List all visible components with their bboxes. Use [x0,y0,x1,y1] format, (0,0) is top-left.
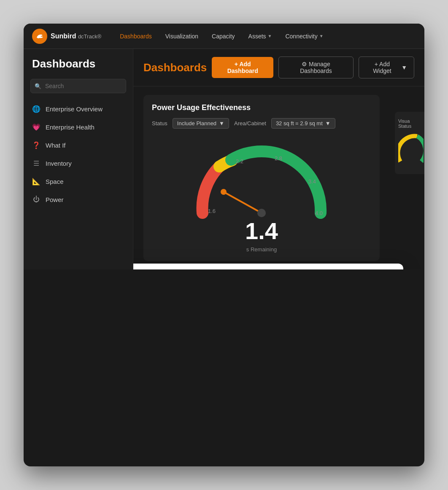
partial-gauge [398,132,424,166]
svg-point-6 [221,189,227,195]
widget-controls: Status Include Planned ▼ Area/Cabinet 32… [152,118,371,129]
status-dropdown[interactable]: Include Planned ▼ [173,118,229,129]
nav-item-visualization[interactable]: Visualization [159,30,204,42]
sidebar-item-inventory[interactable]: ☰ Inventory [24,154,133,172]
gauge-subtitle: s Remaining [246,246,277,253]
app-container: Sunbird dcTrack® Dashboards Visualizatio… [24,24,424,466]
sidebar-item-space[interactable]: 📐 Space [24,172,133,191]
svg-text:3.4: 3.4 [308,178,316,185]
chevron-down-icon: ▼ [219,120,224,127]
svg-text:1.6: 1.6 [208,208,216,214]
main-content: Dashboards 🔍 🌐 Enterprise Overview 💗 Ent… [24,49,424,269]
partial-widget-label: VisuaStatus [398,118,421,129]
gauge-container: 1.6 2.2 2.8 3.4 4.0 1.4 [152,137,371,253]
svg-line-5 [224,192,262,213]
logo: Sunbird dcTrack® [32,29,101,44]
page-title: Dashboards [143,61,207,74]
chevron-down-icon: ▼ [325,120,331,127]
pue-widget: Power Usage Effectiveness Status Include… [143,95,380,261]
chevron-down-icon: ▼ [401,64,407,71]
svg-point-7 [257,209,266,217]
power-icon: ⏻ [32,196,40,203]
search-input[interactable] [30,79,126,93]
sidebar: Dashboards 🔍 🌐 Enterprise Overview 💗 Ent… [24,49,133,269]
dashboard-area: Dashboards + Add Dashboard ⚙ Manage Dash… [133,49,424,269]
add-widget-button[interactable]: + Add Widget ▼ [359,57,414,78]
sidebar-item-enterprise-health[interactable]: 💗 Enterprise Health [24,118,133,136]
nav-item-assets[interactable]: Assets ▼ [243,30,278,42]
svg-text:2.2: 2.2 [236,158,243,164]
sidebar-title: Dashboards [24,57,133,79]
sidebar-item-enterprise-overview[interactable]: 🌐 Enterprise Overview [24,100,133,118]
question-icon: ❓ [32,141,40,149]
logo-brand-text: Sunbird [51,32,76,40]
manage-dashboards-button[interactable]: ⚙ Manage Dashboards [278,57,353,78]
svg-text:4.0: 4.0 [315,210,323,216]
list-icon: ☰ [32,159,40,167]
svg-text:2.8: 2.8 [275,155,282,162]
sidebar-search-container: 🔍 [30,79,126,93]
nav-item-capacity[interactable]: Capacity [206,30,240,42]
nav-items: Dashboards Visualization Capacity Assets… [114,30,416,42]
add-dashboard-button[interactable]: + Add Dashboard [212,57,273,78]
pue-trends-popup: PUE Trends London Jersey City Reno [133,264,403,269]
navbar: Sunbird dcTrack® Dashboards Visualizatio… [24,24,424,49]
nav-item-dashboards[interactable]: Dashboards [114,30,158,42]
sidebar-item-what-if[interactable]: ❓ What If [24,136,133,154]
area-dropdown[interactable]: 32 sq ft = 2.9 sq mt ▼ [271,118,335,129]
chevron-down-icon: ▼ [319,34,324,38]
logo-sub-text: dcTrack® [78,33,101,40]
dashboard-header: Dashboards + Add Dashboard ⚙ Manage Dash… [133,49,424,86]
status-label: Status [152,120,167,127]
space-icon: 📐 [32,178,40,186]
pue-widget-title: Power Usage Effectiveness [152,103,371,112]
area-label: Area/Cabinet [234,120,266,127]
heart-icon: 💗 [32,123,40,131]
widget-area: Power Usage Effectiveness Status Include… [133,86,424,269]
gauge-value: 1.4 [245,217,278,245]
nav-item-connectivity[interactable]: Connectivity ▼ [279,30,329,42]
chevron-down-icon: ▼ [268,34,272,38]
pue-gauge: 1.6 2.2 2.8 3.4 4.0 [186,137,337,230]
search-icon: 🔍 [35,83,41,89]
logo-icon [32,29,47,44]
partial-widget: VisuaStatus [395,112,424,174]
sidebar-item-power[interactable]: ⏻ Power [24,191,133,208]
globe-icon: 🌐 [32,105,40,113]
